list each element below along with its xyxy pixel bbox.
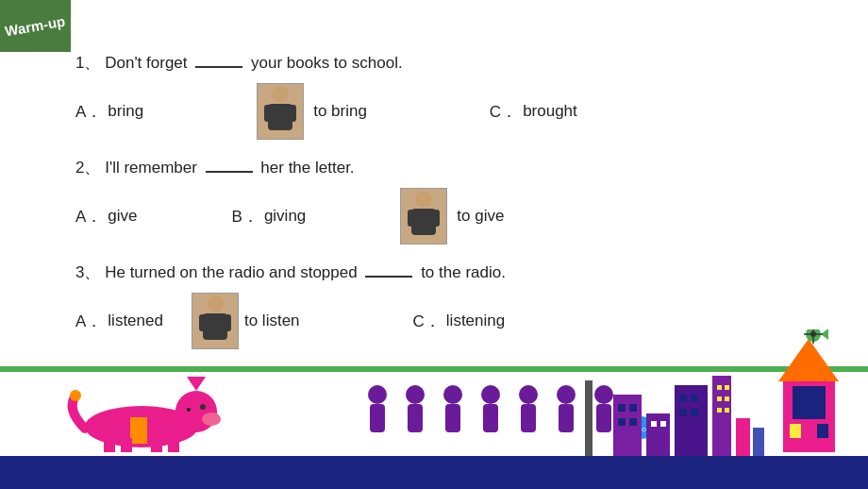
q2-c-text: to give [457,207,504,226]
q1-blank [195,66,242,68]
svg-rect-21 [168,438,179,452]
svg-rect-59 [717,396,722,401]
svg-rect-54 [679,409,687,416]
q2-a-text: give [108,207,137,226]
animal-figure [57,363,226,456]
q1-a-text: bring [108,102,143,121]
tower-figure [769,329,849,456]
q2-answer-c: to give [400,188,504,244]
ground [0,456,868,489]
q2-b-label: B． [232,206,259,228]
svg-rect-49 [651,421,657,427]
q2-answers: A． give B． giving to give [75,188,849,244]
warmup-label: Warm-up [4,12,67,40]
svg-rect-63 [736,418,750,456]
svg-rect-53 [691,395,698,402]
svg-rect-6 [408,210,415,227]
svg-point-28 [443,385,462,404]
warmup-badge: Warm-up [0,0,71,52]
svg-rect-45 [629,404,637,412]
svg-point-36 [594,385,613,404]
svg-rect-31 [483,404,498,432]
svg-rect-52 [679,395,687,402]
street-pole [585,380,593,456]
q1-c-text: brought [523,102,577,121]
svg-rect-10 [199,314,207,331]
svg-rect-64 [753,428,764,456]
q2-answer-a: A． give [75,206,138,228]
decorative-scene: cc [0,366,868,489]
svg-rect-43 [613,395,642,456]
q2-c-image [400,188,447,244]
svg-rect-67 [793,386,826,419]
svg-rect-69 [817,424,828,438]
q3-blank [365,276,412,278]
svg-point-23 [187,408,191,412]
svg-point-22 [70,390,81,401]
q3-number: 3、 [75,263,100,281]
q3-a-label: A． [75,311,102,332]
svg-point-14 [202,413,221,426]
svg-rect-7 [432,210,440,227]
svg-point-13 [175,391,217,432]
q1-answer-a: A． bring [75,101,143,123]
svg-point-16 [200,404,206,410]
purple-buildings [613,366,764,456]
q3-a-image [192,293,239,349]
svg-marker-66 [778,339,839,381]
q3-answer-c: C． listening [413,311,506,332]
svg-rect-33 [521,404,536,432]
svg-rect-3 [289,105,296,122]
svg-rect-61 [717,408,722,413]
q2-number: 2、 [75,159,100,177]
svg-point-24 [368,385,387,404]
svg-rect-47 [629,418,637,426]
svg-rect-20 [151,438,162,452]
q1-number: 1、 [75,54,100,72]
svg-rect-68 [790,424,801,438]
svg-marker-15 [187,377,206,391]
svg-point-32 [519,385,538,404]
q2-blank [206,171,253,173]
svg-rect-18 [104,438,115,452]
svg-rect-35 [559,404,574,432]
people-row [359,376,623,456]
svg-rect-50 [660,421,666,427]
q1-b-text: to bring [313,102,367,121]
svg-rect-55 [691,409,698,416]
svg-point-30 [481,385,500,404]
svg-point-34 [557,385,576,404]
svg-rect-11 [224,314,231,331]
svg-rect-29 [445,404,460,432]
svg-point-0 [272,86,289,103]
svg-rect-60 [725,396,729,401]
svg-rect-57 [717,385,722,390]
q3-b-text: to listen [244,312,300,330]
q1-a-label: A． [75,101,102,123]
q3-c-text: listening [446,312,505,330]
q2-b-text: giving [264,207,306,226]
svg-rect-58 [725,385,729,390]
q1-answer-b: to bring [257,83,367,140]
q1-b-image [257,83,304,140]
q1-answer-c: C． brought [490,101,577,123]
quiz-content: 1、 Don't forget your books to school. A．… [75,52,849,366]
svg-rect-37 [596,404,611,432]
svg-point-74 [810,331,816,337]
q2-answer-b: B． giving [232,206,307,228]
question-1: 1、 Don't forget your books to school. [75,52,849,74]
svg-rect-48 [646,413,670,456]
q3-answer-b: to listen [244,312,300,330]
q3-answers: A． listened to listen C． listening [75,293,849,349]
question-3: 3、 He turned on the radio and stopped to… [75,261,849,283]
svg-rect-19 [121,438,132,452]
svg-rect-17 [130,417,147,444]
svg-point-4 [415,191,432,208]
svg-point-26 [406,385,425,404]
svg-rect-44 [618,404,626,412]
svg-rect-62 [725,408,729,413]
svg-point-8 [207,295,224,312]
svg-rect-2 [264,105,272,122]
svg-rect-27 [408,404,423,432]
q3-c-label: C． [413,311,441,332]
